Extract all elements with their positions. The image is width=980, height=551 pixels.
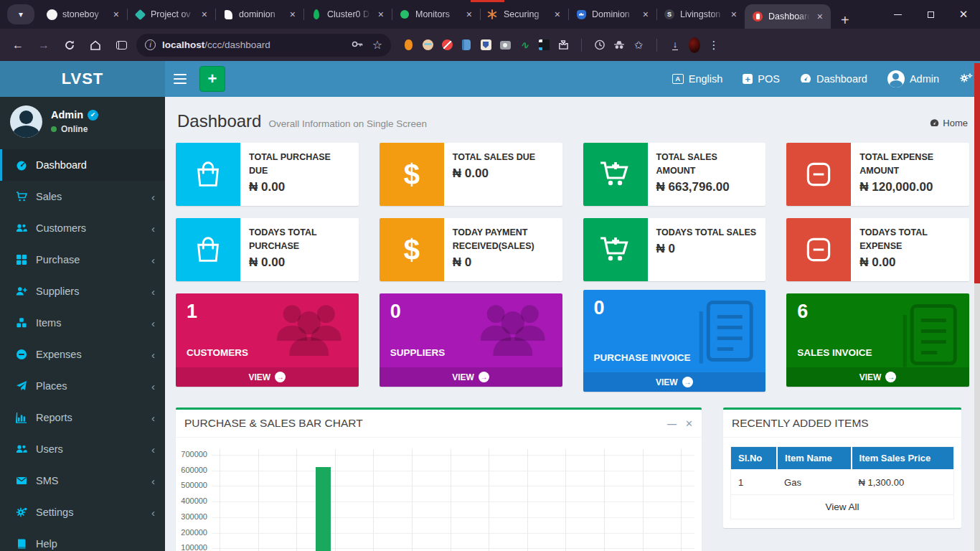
tab-close-icon[interactable]: ×: [288, 9, 298, 20]
extension-icon[interactable]: ∿: [519, 39, 530, 51]
browser-tab-active[interactable]: Dashboard ×: [745, 4, 831, 29]
tab-close-icon[interactable]: ×: [641, 9, 651, 20]
extensions-puzzle-icon[interactable]: [557, 39, 569, 51]
extension-icon[interactable]: [402, 39, 414, 51]
sidebar-item-help[interactable]: Help: [0, 528, 165, 551]
downloads-icon[interactable]: ↓: [669, 39, 681, 51]
back-icon[interactable]: ←: [7, 34, 29, 56]
sidebar-item-users[interactable]: Users ‹: [0, 433, 165, 465]
tab-title: dominion: [239, 9, 283, 19]
stat-box-customers[interactable]: 1 CUSTOMERS VIEW→: [176, 293, 359, 387]
browser-menu-icon[interactable]: ⋮: [708, 39, 720, 51]
page-scrollbar[interactable]: [974, 63, 980, 551]
stat-box-purchase-invoice[interactable]: 0 PURCHASE INVOICE VIEW→: [583, 290, 766, 392]
extension-icon[interactable]: [441, 39, 453, 51]
browser-profile-avatar[interactable]: [689, 39, 700, 51]
sidebar-item-sales[interactable]: Sales ‹: [0, 181, 165, 212]
incognito-icon[interactable]: [613, 39, 625, 51]
sidebar-item-places[interactable]: Places ‹: [0, 370, 165, 402]
history-icon[interactable]: [594, 39, 606, 51]
window-close-button[interactable]: ✕: [947, 0, 980, 29]
extension-icon[interactable]: [480, 39, 491, 51]
extension-icon[interactable]: [422, 39, 433, 51]
chart-bar[interactable]: [316, 467, 331, 551]
extension-icon[interactable]: [538, 39, 550, 51]
sidebar-item-dashboard[interactable]: Dashboard: [0, 149, 165, 181]
tab-close-icon[interactable]: ×: [376, 9, 386, 20]
sidebar-item-purchase[interactable]: Purchase ‹: [0, 244, 165, 276]
url-text[interactable]: localhost/ccc/dashboard: [162, 39, 345, 50]
browser-tab[interactable]: Dominion ×: [568, 0, 656, 29]
view-button[interactable]: VIEW→: [583, 372, 766, 392]
reload-icon[interactable]: [59, 34, 80, 56]
stat-box-sales-invoice[interactable]: 6 SALES INVOICE VIEW→: [786, 293, 969, 387]
sidebar-item-label: Dashboard: [36, 159, 87, 171]
page-subtitle: Overall Information on Single Screen: [268, 118, 427, 129]
view-button[interactable]: VIEW→: [380, 367, 562, 387]
sidebar-item-sms[interactable]: SMS ‹: [0, 465, 165, 496]
extension-icon[interactable]: [461, 39, 472, 51]
view-button[interactable]: VIEW→: [176, 367, 359, 387]
brand-logo[interactable]: LVST: [0, 61, 165, 97]
info-box-total-sales-amount: TOTAL SALES AMOUNT₦ 663,796.00: [583, 143, 766, 206]
browser-tab[interactable]: Securing ×: [480, 0, 568, 29]
sidebar-item-reports[interactable]: Reports ‹: [0, 402, 165, 433]
nav-dashboard[interactable]: Dashboard: [800, 73, 867, 85]
sidebar-item-label: Places: [36, 380, 67, 392]
passkey-icon[interactable]: [352, 39, 364, 52]
browser-tab[interactable]: Project ov ×: [127, 0, 215, 29]
nav-language[interactable]: A English: [672, 73, 723, 85]
browser-tab[interactable]: Cluster0 D ×: [303, 0, 392, 29]
nav-pos[interactable]: + POS: [743, 73, 780, 85]
forward-icon[interactable]: →: [33, 34, 55, 56]
quick-add-button[interactable]: +: [199, 66, 225, 92]
collapse-icon[interactable]: —: [667, 418, 677, 429]
tab-close-icon[interactable]: ×: [464, 9, 474, 20]
items-panel-title: RECENTLY ADDED ITEMS: [732, 417, 869, 430]
site-info-icon[interactable]: i: [145, 39, 156, 50]
white-logo-icon: [222, 9, 234, 20]
tab-search-button[interactable]: ▾: [7, 4, 34, 24]
sidebar-item-suppliers[interactable]: Suppliers ‹: [0, 276, 165, 307]
window-restore-button[interactable]: [914, 0, 947, 29]
tab-close-icon[interactable]: ×: [199, 9, 209, 20]
sidebar-toggle-icon[interactable]: [174, 71, 189, 87]
tab-close-icon[interactable]: ×: [729, 9, 739, 20]
bookmark-star-icon[interactable]: ☆: [372, 38, 382, 52]
nav-settings[interactable]: [959, 72, 973, 86]
browser-tab[interactable]: Monitors ×: [392, 0, 480, 29]
language-icon: A: [672, 74, 684, 84]
online-status-label: Online: [61, 124, 88, 134]
scrollbar-thumb[interactable]: [974, 63, 980, 283]
y-axis-tick-label: 700000: [176, 450, 207, 458]
view-all-link[interactable]: View All: [731, 495, 954, 519]
nav-user[interactable]: Admin: [887, 70, 939, 88]
sidebar-item-expenses[interactable]: Expenses ‹: [0, 339, 165, 370]
view-button[interactable]: VIEW→: [786, 367, 969, 387]
sidebar-item-customers[interactable]: Customers ‹: [0, 212, 165, 244]
view-label: VIEW: [452, 372, 474, 382]
new-tab-button[interactable]: +: [831, 12, 859, 29]
browser-tab[interactable]: dominion ×: [215, 0, 303, 29]
browser-tab[interactable]: S Livingston ×: [656, 0, 745, 29]
address-bar[interactable]: i localhost/ccc/dashboard ☆: [136, 34, 391, 57]
close-icon[interactable]: ✕: [685, 418, 693, 429]
tab-close-icon[interactable]: ×: [111, 9, 121, 20]
reading-list-star-icon[interactable]: ✩: [633, 39, 644, 51]
home-icon[interactable]: [85, 34, 106, 56]
chart-plot: 7000006000005000004000003000002000001000…: [176, 439, 702, 551]
window-minimize-button[interactable]: [881, 0, 914, 29]
info-value: ₦ 0.00: [249, 180, 350, 194]
info-box-todays-total-expense: TODAYS TOTAL EXPENSE₦ 0.00: [786, 218, 969, 281]
stat-box-suppliers[interactable]: 0 SUPPLIERS VIEW→: [380, 293, 562, 387]
side-panel-icon[interactable]: [110, 34, 132, 56]
sidebar-item-settings[interactable]: Settings ‹: [0, 496, 165, 528]
breadcrumb[interactable]: Home: [930, 118, 968, 128]
sidebar-item-items[interactable]: Items ‹: [0, 307, 165, 339]
tab-close-icon[interactable]: ×: [815, 11, 825, 22]
browser-tab[interactable]: stoneboy ×: [39, 0, 127, 29]
avatar: [10, 105, 42, 138]
extension-icon[interactable]: [499, 39, 511, 51]
invoice-file-icon: [694, 297, 757, 372]
tab-close-icon[interactable]: ×: [552, 9, 562, 20]
